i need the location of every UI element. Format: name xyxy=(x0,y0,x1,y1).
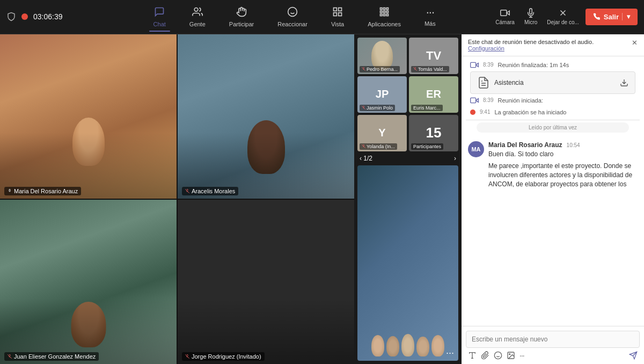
name-jorge: Jorge Rodriguez (Invitado) xyxy=(192,353,261,360)
send-icon[interactable] xyxy=(629,351,638,360)
system-started-time: 8:39 xyxy=(483,97,493,103)
camera-label: Cámara xyxy=(495,19,515,25)
msg-text-rosario-2: Me parece ,importante el este proyecto. … xyxy=(488,162,638,188)
mic-control[interactable]: Micro xyxy=(521,6,540,27)
nav-participar[interactable]: Participar xyxy=(225,3,258,31)
message-rosario: MA Maria Del Rosario Arauz 10:54 Buen dí… xyxy=(468,141,638,189)
more-dots[interactable]: ··· xyxy=(446,347,454,359)
svg-rect-15 xyxy=(383,14,385,16)
aplicaciones-label: Aplicaciones xyxy=(368,21,401,27)
svg-rect-5 xyxy=(339,8,342,11)
chat-icon xyxy=(154,6,165,19)
read-badge: Leído por última vez xyxy=(477,122,629,133)
nav-chat[interactable]: Chat xyxy=(149,3,170,31)
config-link[interactable]: Configuración xyxy=(468,45,504,52)
thumb-yolanda[interactable]: Y Yolanda (In... xyxy=(357,115,407,151)
pedro-name: Pedro Berna... xyxy=(367,67,398,72)
record-icon xyxy=(470,110,475,115)
video-cell-rosario: Maria Del Rosario Arauz xyxy=(0,34,177,199)
mic-jasmin-icon xyxy=(362,106,365,110)
svg-point-1 xyxy=(288,7,297,16)
svg-rect-13 xyxy=(386,11,388,12)
hand-icon xyxy=(236,6,247,19)
msg-content-rosario: Maria Del Rosario Arauz 10:54 Buen día. … xyxy=(488,141,638,189)
yolanda-initials: Y xyxy=(378,127,385,139)
nav-reaccionar[interactable]: Reaccionar xyxy=(273,3,312,31)
main-content: Maria Del Rosario Arauz Aracelis Morales… xyxy=(0,34,644,364)
thumb-name-tomas: Tomás Vald... xyxy=(411,66,449,72)
svg-rect-12 xyxy=(383,11,385,12)
notification-content: Este chat de reunión tiene desactivado e… xyxy=(468,39,594,52)
name-tag-rosario: Maria Del Rosario Arauz xyxy=(4,187,81,195)
svg-rect-10 xyxy=(386,8,388,9)
nav-aplicaciones[interactable]: Aplicaciones xyxy=(363,3,405,31)
video-started-icon xyxy=(470,96,479,105)
mic-yolanda-icon xyxy=(362,144,365,148)
thumb-row-1: Pedro Berna... TV Tomás Vald... xyxy=(357,38,458,74)
tomas-initials: TV xyxy=(426,49,441,63)
stop-share-label: Dejar de co... xyxy=(547,19,579,25)
chat-messages-area[interactable]: MA Maria Del Rosario Arauz 10:54 Buen dí… xyxy=(462,137,644,326)
notification-text: Este chat de reunión tiene desactivado e… xyxy=(468,39,594,45)
nav-vista[interactable]: Vista xyxy=(327,3,348,31)
nav-mas[interactable]: ··· Más xyxy=(420,3,440,30)
msg-header-rosario: Maria Del Rosario Arauz 10:54 xyxy=(488,141,638,149)
svg-rect-31 xyxy=(471,62,476,67)
image-icon[interactable] xyxy=(507,351,515,360)
thumb-tomas[interactable]: TV Tomás Vald... xyxy=(409,38,458,74)
svg-rect-8 xyxy=(380,8,382,9)
msg-avatar-rosario: MA xyxy=(468,141,484,157)
download-icon[interactable] xyxy=(620,78,628,87)
thumb-row-2: JP Jasmin Polo ER Euris Marc... xyxy=(357,76,458,113)
camera-control[interactable]: Cámara xyxy=(492,6,518,27)
more-icon: ··· xyxy=(426,6,434,18)
vista-label: Vista xyxy=(331,21,344,27)
thumb-name-euris: Euris Marc... xyxy=(411,105,443,111)
emoji-chat-icon[interactable] xyxy=(494,351,502,360)
phone-icon xyxy=(593,13,601,20)
mic-tomas-icon xyxy=(413,67,417,71)
system-recording-time: 9:41 xyxy=(480,109,490,115)
svg-rect-18 xyxy=(501,10,507,16)
leave-button[interactable]: Salir ▾ xyxy=(586,9,638,25)
name-juan: Juan Elieser Gonzalez Mendez xyxy=(14,353,96,360)
svg-rect-9 xyxy=(383,8,385,9)
thumb-pedro[interactable]: Pedro Berna... xyxy=(357,38,407,74)
svg-marker-30 xyxy=(476,63,479,67)
msg-sender-rosario: Maria Del Rosario Arauz xyxy=(488,141,562,149)
video-cell-juan: Juan Elieser Gonzalez Mendez xyxy=(0,200,177,364)
leave-chevron-icon[interactable]: ▾ xyxy=(622,13,630,20)
chat-message-input[interactable] xyxy=(466,331,640,348)
more-chat-options[interactable]: ··· xyxy=(519,351,524,360)
msg-text-rosario-1: Buen día. Si todo claro xyxy=(488,150,638,159)
nav-gente[interactable]: Gente xyxy=(185,3,210,31)
notification-close-icon[interactable]: ✕ xyxy=(632,39,638,47)
chat-toolbar: ··· xyxy=(466,348,640,360)
mas-label: Más xyxy=(425,20,436,27)
system-msg-recording: 9:41 La grabación se ha iniciado xyxy=(466,107,640,118)
format-icon[interactable] xyxy=(468,351,477,360)
svg-line-28 xyxy=(362,106,365,109)
chat-input-area: ··· xyxy=(462,326,644,364)
nav-next[interactable]: › xyxy=(454,155,456,162)
svg-marker-17 xyxy=(507,11,509,16)
jasmin-initials: JP xyxy=(376,88,389,100)
participants-label: Participantes xyxy=(413,144,441,149)
stop-share-control[interactable]: Dejar de co... xyxy=(544,6,582,27)
nav-prev[interactable]: ‹ 1/2 xyxy=(360,155,372,162)
euris-name: Euris Marc... xyxy=(413,105,441,111)
svg-point-37 xyxy=(494,352,501,359)
jasmin-name: Jasmin Polo xyxy=(367,105,393,111)
nav-arrows: ‹ 1/2 › xyxy=(357,154,458,163)
attachment-icon[interactable] xyxy=(481,351,489,360)
video-grid: Maria Del Rosario Arauz Aracelis Morales… xyxy=(0,34,354,364)
chat-sidebar: Este chat de reunión tiene desactivado e… xyxy=(462,34,644,364)
stop-share-icon xyxy=(558,8,568,18)
thumb-participants-count[interactable]: 15 Participantes xyxy=(409,115,458,151)
people-icon xyxy=(192,6,203,19)
svg-line-24 xyxy=(8,354,11,358)
name-tag-juan: Juan Elieser Gonzalez Mendez xyxy=(4,352,99,361)
chat-notification-bar: Este chat de reunión tiene desactivado e… xyxy=(462,34,644,56)
thumb-euris[interactable]: ER Euris Marc... xyxy=(409,76,458,113)
thumb-jasmin[interactable]: JP Jasmin Polo xyxy=(357,76,407,113)
